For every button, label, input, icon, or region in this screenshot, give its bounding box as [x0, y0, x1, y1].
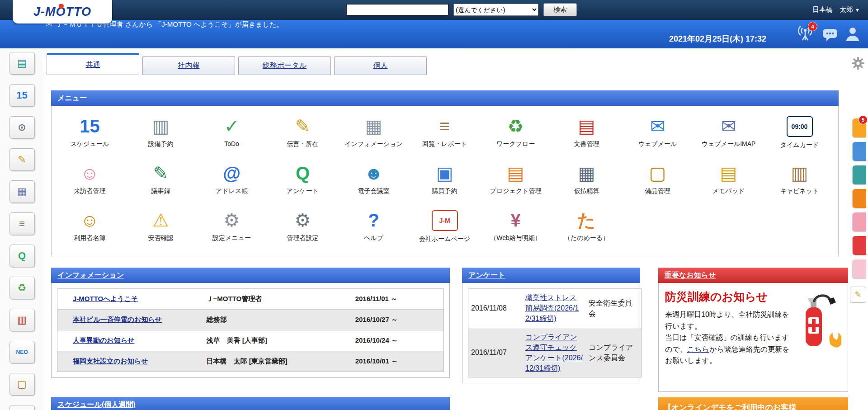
menu-item-visitor-management[interactable]: ☺来訪者管理: [54, 159, 125, 206]
menu-item-webmail[interactable]: ✉ウェブメール: [622, 112, 693, 159]
right-sidebar: 5 ✎: [849, 118, 866, 303]
schedule-icon: 15: [76, 112, 104, 140]
menu-item-address-book[interactable]: @アドレス帳: [196, 159, 267, 206]
survey-icon: Q: [18, 250, 26, 262]
menu-item-settings-menu[interactable]: ⚙設定メニュー: [196, 206, 267, 253]
information-section-title[interactable]: インフォメーション: [57, 271, 124, 280]
menu-item-tanomeru[interactable]: た（たのめーる）: [551, 206, 622, 253]
sidebar-document-management-button[interactable]: ▥: [9, 309, 35, 331]
sidebar-portal-button[interactable]: ▤: [9, 52, 35, 75]
menu-item-equipment-management[interactable]: ▢備品管理: [622, 159, 693, 206]
chat-icon[interactable]: [822, 27, 838, 43]
facility-reservation-icon: ▥: [147, 112, 175, 140]
purchase-reservation-icon: ▣: [431, 159, 458, 187]
search-category-select[interactable]: (選んでください): [453, 4, 538, 16]
search-button[interactable]: 検索: [543, 3, 577, 16]
sidebar-neo-button[interactable]: NEO: [9, 341, 35, 363]
menu-item-webmail-imap[interactable]: ✉ウェブメールIMAP: [693, 112, 764, 159]
menu-item-web-payslip[interactable]: ¥（Web給与明細）: [480, 206, 551, 253]
sidebar-circulation-report-button[interactable]: ≡: [9, 212, 35, 235]
sidebar-tanomeru-button[interactable]: た: [9, 405, 35, 410]
shortcut-tab-teal[interactable]: [853, 165, 866, 184]
sidebar-facility-reservation-button[interactable]: ⊙: [9, 116, 35, 139]
menu-item-label: 設定メニュー: [212, 234, 251, 242]
sidebar-cabinet-button[interactable]: ▢: [9, 373, 35, 396]
menu-item-user-directory[interactable]: ☺利用者名簿: [54, 206, 125, 253]
information-date-cell: 2016/10/01 ～: [352, 351, 444, 372]
shortcut-tab-red[interactable]: [853, 236, 866, 255]
portal-settings-gear-icon[interactable]: [852, 57, 864, 71]
sidebar-workflow-button[interactable]: ♻: [9, 277, 35, 299]
notification-icons: 4: [796, 25, 860, 43]
menu-item-label: ToDo: [224, 140, 239, 147]
menu-item-company-homepage[interactable]: J-M会社ホームページ: [409, 206, 480, 253]
menu-item-label: （Web給与明細）: [490, 234, 541, 242]
menu-item-label: アンケート: [287, 187, 319, 195]
information-link[interactable]: 人事異動のお知らせ: [73, 336, 134, 344]
sidebar-schedule-button[interactable]: 15: [9, 84, 35, 107]
shortcut-tab-light-pink[interactable]: [853, 259, 866, 278]
information-link[interactable]: 本社ビル一斉停電のお知らせ: [73, 316, 162, 323]
menu-item-expense-settlement[interactable]: ▦仮払精算: [551, 159, 622, 206]
menu-item-purchase-reservation[interactable]: ▣購買予約: [409, 159, 480, 206]
menu-item-memo-pad[interactable]: ▤メモパッド: [693, 159, 764, 206]
menu-item-label: メモパッド: [712, 187, 745, 195]
safety-alert-antenna-icon[interactable]: 4: [796, 25, 815, 43]
user-profile-icon[interactable]: [845, 26, 860, 43]
menu-item-cabinet[interactable]: ▥キャビネット: [764, 159, 835, 206]
menu-item-message-presence[interactable]: ✎伝言・所在: [267, 112, 338, 159]
information-board-icon: ▦: [17, 186, 27, 198]
menu-item-timecard[interactable]: 09:00タイムカード: [764, 112, 835, 159]
menu-item-schedule[interactable]: 15スケジュール: [54, 112, 125, 159]
shortcut-tab-orange-dark[interactable]: [853, 189, 866, 208]
tab-general-affairs-portal[interactable]: 総務ポータル: [238, 56, 331, 75]
survey-link[interactable]: 職業性ストレス簡易調査(2026/12/31締切): [525, 294, 579, 322]
menu-item-document-management[interactable]: ▤文書管理: [551, 112, 622, 159]
menu-item-minutes[interactable]: ✎議事録: [125, 159, 196, 206]
schedule-section-title[interactable]: スケジュール(個人週間): [57, 400, 136, 410]
menu-item-e-meeting-room[interactable]: ☻電子会議室: [338, 159, 409, 206]
important-notice-title[interactable]: 重要なお知らせ: [665, 271, 716, 280]
sidebar-message-note-button[interactable]: ✎: [9, 148, 35, 171]
document-management-icon: ▥: [17, 314, 27, 326]
menu-item-circulation-report[interactable]: ≡回覧・レポート: [409, 112, 480, 159]
logo[interactable]: J-MOTTO: [13, 0, 112, 24]
menu-item-label: （たのめーる）: [564, 234, 609, 242]
menu-item-safety-confirmation[interactable]: ⚠安否確認: [125, 206, 196, 253]
menu-item-todo[interactable]: ✓ToDo: [196, 112, 267, 159]
information-link[interactable]: 福岡支社設立のお知らせ: [73, 357, 148, 365]
schedule-section: スケジュール(個人週間): [51, 397, 450, 410]
menu-item-label: 会社ホームページ: [419, 235, 470, 243]
survey-link[interactable]: コンプライアンス遵守チェックアンケート(2026/12/31締切): [525, 333, 583, 372]
user-menu[interactable]: 日本橋 太郎▼: [812, 5, 860, 14]
menu-section-title: メニュー: [57, 94, 87, 103]
help-icon: ?: [360, 206, 387, 234]
tab-personal[interactable]: 個人: [334, 56, 427, 75]
menu-item-workflow[interactable]: ♻ワークフロー: [480, 112, 551, 159]
menu-item-admin-settings[interactable]: ⚙管理者設定: [267, 206, 338, 253]
user-directory-icon: ☺: [76, 206, 104, 234]
shortcut-tab-blue[interactable]: [853, 142, 866, 161]
tab-common[interactable]: 共通: [47, 53, 139, 75]
menu-item-information[interactable]: ▦インフォメーション: [338, 112, 409, 159]
menu-item-facility-reservation[interactable]: ▥設備予約: [125, 112, 196, 159]
information-author-cell: 日本橋 太郎 [東京営業部]: [203, 351, 352, 372]
tab-company-news[interactable]: 社内報: [142, 56, 235, 75]
menu-item-survey[interactable]: Qアンケート: [267, 159, 338, 206]
information-link[interactable]: J-MOTTOへようこそ: [73, 295, 138, 302]
webmail-icon: ✉: [644, 112, 671, 140]
menu-item-label: 回覧・レポート: [422, 140, 467, 148]
shortcut-tab-pink[interactable]: [853, 212, 866, 231]
online-demo-banner[interactable]: 【オンラインデモをご利用中のお客様: [658, 397, 848, 410]
portal-icon: ▤: [17, 57, 27, 69]
sidebar-survey-button[interactable]: Q: [9, 245, 35, 267]
search-input[interactable]: [346, 4, 449, 16]
survey-section-title[interactable]: アンケート: [468, 271, 505, 280]
edit-pencil-icon[interactable]: ✎: [850, 287, 866, 303]
sidebar-information-board-button[interactable]: ▦: [9, 180, 35, 203]
menu-item-help[interactable]: ?ヘルプ: [338, 206, 409, 253]
survey-row: 2016/11/08職業性ストレス簡易調査(2026/12/31締切)安全衛生委…: [468, 289, 642, 328]
menu-item-project-management[interactable]: ▤プロジェクト管理: [480, 159, 551, 206]
shortcut-tab-orange[interactable]: 5: [853, 118, 866, 137]
notice-contact-update-link[interactable]: こちら: [687, 345, 709, 353]
